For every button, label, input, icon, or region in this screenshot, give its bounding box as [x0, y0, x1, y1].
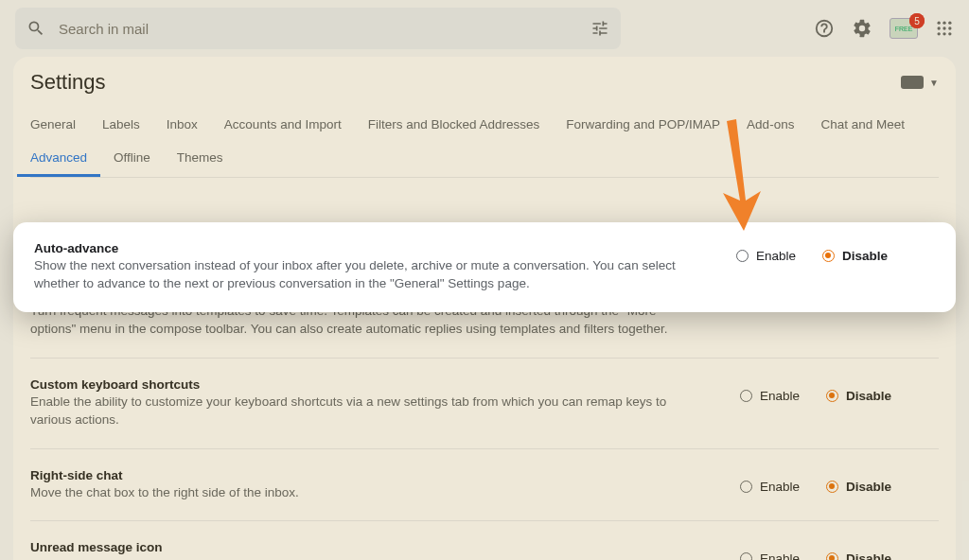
tab-inbox[interactable]: Inbox — [153, 108, 211, 141]
svg-point-4 — [943, 26, 945, 29]
autoadvance-enable[interactable]: Enable — [736, 249, 796, 263]
row-unreadicon: Unread message icon See how many unread … — [30, 521, 939, 560]
rightchat-enable[interactable]: Enable — [740, 480, 800, 494]
svg-point-8 — [948, 32, 951, 35]
svg-point-5 — [948, 26, 951, 29]
row-rightchat: Right-side chat Move the chat box to the… — [30, 449, 939, 522]
tune-icon[interactable] — [590, 19, 609, 38]
svg-point-6 — [938, 32, 941, 35]
radio-icon — [740, 481, 752, 493]
radio-icon — [736, 250, 749, 262]
row-shortcuts: Custom keyboard shortcuts Enable the abi… — [30, 359, 939, 449]
unreadicon-enable[interactable]: Enable — [740, 551, 800, 560]
unreadicon-desc: See how many unread messages are in your… — [30, 556, 702, 560]
radio-icon — [826, 390, 838, 402]
apps-icon[interactable] — [935, 19, 954, 38]
tab-offline[interactable]: Offline — [100, 141, 164, 177]
chevron-down-icon: ▼ — [929, 78, 939, 88]
search-icon — [26, 19, 45, 38]
shortcuts-enable[interactable]: Enable — [740, 389, 800, 403]
row-auto-advance: Auto-advance Show the next conversation … — [13, 222, 956, 312]
tab-general[interactable]: General — [17, 108, 89, 141]
free-badge[interactable]: FREE 5 — [890, 18, 918, 39]
shortcuts-disable[interactable]: Disable — [826, 389, 891, 403]
search-input[interactable] — [59, 21, 577, 37]
tab-chat[interactable]: Chat and Meet — [807, 108, 918, 141]
unreadicon-disable[interactable]: Disable — [826, 551, 891, 560]
tab-filters[interactable]: Filters and Blocked Addresses — [355, 108, 554, 141]
radio-icon — [740, 552, 752, 560]
radio-icon — [822, 250, 835, 262]
shortcuts-title: Custom keyboard shortcuts — [30, 377, 702, 392]
tab-labels[interactable]: Labels — [89, 108, 153, 141]
tab-advanced[interactable]: Advanced — [17, 141, 100, 177]
gear-icon[interactable] — [852, 18, 872, 39]
tab-themes[interactable]: Themes — [164, 141, 237, 177]
radio-icon — [826, 552, 838, 560]
shortcuts-desc: Enable the ability to customize your key… — [30, 394, 702, 429]
svg-point-2 — [948, 22, 951, 25]
free-text: FREE — [895, 26, 913, 32]
tab-addons[interactable]: Add-ons — [733, 108, 807, 141]
tab-accounts[interactable]: Accounts and Import — [211, 108, 355, 141]
svg-point-0 — [938, 22, 941, 25]
tab-forwarding[interactable]: Forwarding and POP/IMAP — [553, 108, 733, 141]
badge-count: 5 — [909, 13, 925, 28]
rightchat-desc: Move the chat box to the right side of t… — [30, 484, 702, 502]
autoadvance-disable[interactable]: Disable — [822, 249, 888, 263]
autoadvance-desc: Show the next conversation instead of yo… — [34, 257, 698, 293]
unreadicon-title: Unread message icon — [30, 540, 702, 554]
tabs: General Labels Inbox Accounts and Import… — [13, 98, 956, 177]
svg-point-7 — [943, 32, 945, 35]
help-icon[interactable] — [814, 18, 835, 39]
radio-icon — [826, 481, 838, 493]
rightchat-title: Right-side chat — [30, 468, 702, 482]
search-box[interactable] — [15, 8, 621, 49]
page-title: Settings — [30, 70, 106, 95]
rightchat-disable[interactable]: Disable — [826, 480, 891, 494]
autoadvance-title: Auto-advance — [34, 241, 698, 255]
radio-icon — [740, 390, 752, 402]
language-selector[interactable] — [901, 76, 924, 89]
svg-point-3 — [938, 26, 941, 29]
svg-point-1 — [943, 22, 945, 25]
